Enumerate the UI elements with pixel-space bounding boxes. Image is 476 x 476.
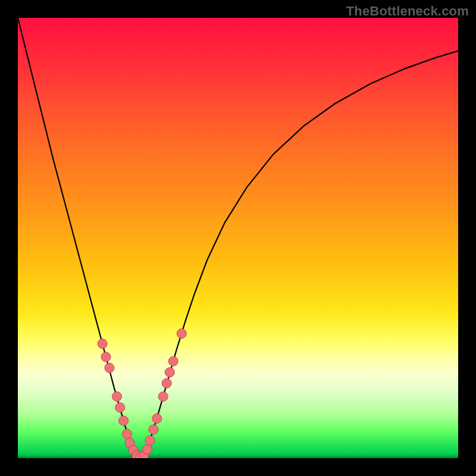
- plot-area: [18, 18, 458, 458]
- marker-dot: [143, 444, 152, 454]
- data-markers: [98, 329, 186, 458]
- marker-dot: [115, 403, 125, 412]
- marker-dot: [123, 429, 132, 439]
- marker-dot: [149, 425, 158, 434]
- watermark-text: TheBottleneck.com: [346, 4, 469, 19]
- marker-dot: [145, 436, 155, 445]
- bottleneck-curve: [18, 18, 458, 458]
- marker-dot: [98, 339, 107, 349]
- marker-dot: [162, 378, 171, 388]
- marker-dot: [158, 392, 168, 401]
- marker-dot: [105, 363, 114, 372]
- marker-dot: [101, 352, 111, 362]
- marker-dot: [168, 356, 178, 366]
- marker-dot: [119, 416, 129, 425]
- marker-dot: [177, 329, 186, 339]
- marker-dot: [152, 414, 162, 423]
- curve-layer: [18, 18, 458, 458]
- marker-dot: [165, 368, 174, 377]
- chart-frame: TheBottleneck.com: [0, 0, 476, 476]
- marker-dot: [112, 392, 122, 401]
